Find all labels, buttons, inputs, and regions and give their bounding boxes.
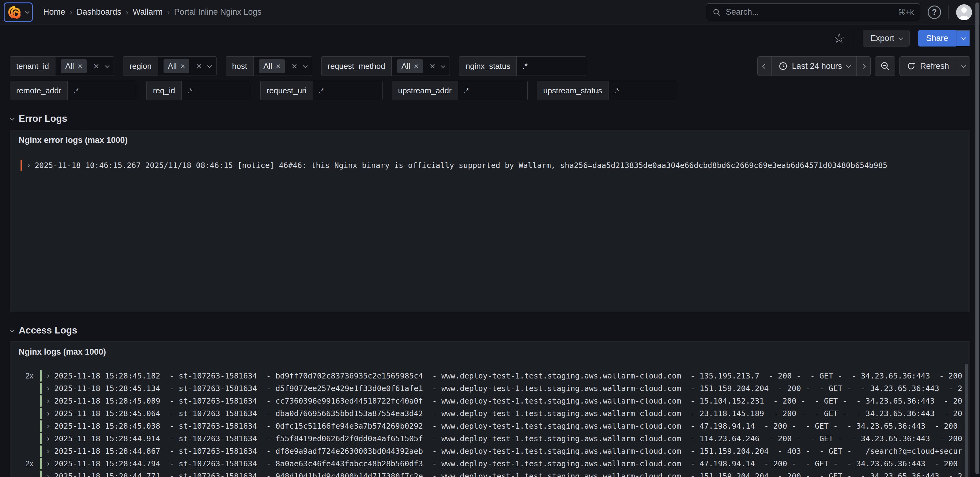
log-level-bar: [40, 433, 41, 444]
expand-log-icon[interactable]: [46, 459, 51, 468]
panel-title[interactable]: Nginx error logs (max 1000): [10, 130, 970, 151]
topbar-divider: [948, 5, 949, 19]
dropdown-caret[interactable]: [207, 65, 211, 68]
log-text: 2025-11-18 15:28:45.182 - st-107263-1581…: [54, 371, 962, 380]
help-icon[interactable]: [928, 5, 941, 19]
collapse-chevron-icon: [10, 327, 15, 332]
remove-value-icon[interactable]: [180, 62, 185, 71]
remove-value-icon[interactable]: [78, 62, 83, 71]
selected-value-pill[interactable]: All: [259, 59, 285, 73]
log-row[interactable]: 2x 2025-11-18 15:28:45.182 - st-107263-1…: [14, 369, 962, 382]
topbar-right-group: Search... ⌘+k: [706, 3, 972, 21]
breadcrumb-item[interactable]: Portal Inline Nginx Logs: [172, 7, 264, 17]
log-text: 2025-11-18 15:28:45.089 - st-107263-1581…: [54, 396, 962, 406]
expand-log-icon[interactable]: [26, 161, 31, 170]
refresh-button[interactable]: Refresh: [900, 57, 956, 76]
log-text: 2025-11-18 10:46:15.267 2025/11/18 08:46…: [35, 161, 888, 170]
log-row[interactable]: 2x 2025-11-18 15:28:44.794 - st-107263-1…: [14, 457, 962, 470]
log-level-bar: [40, 408, 41, 419]
log-row[interactable]: 2025-11-18 15:28:45.089 - st-107263-1581…: [14, 395, 962, 407]
breadcrumb-item[interactable]: Home: [41, 7, 72, 17]
chevron-down-icon: [961, 35, 966, 40]
chevron-down-icon: [899, 35, 904, 40]
panel-title[interactable]: Nginx logs (max 1000): [10, 342, 970, 362]
export-button[interactable]: Export: [863, 30, 910, 46]
remove-value-icon[interactable]: [276, 62, 280, 71]
dropdown-caret[interactable]: [105, 65, 108, 68]
log-row[interactable]: 2025-11-18 15:28:44.867 - st-107263-1581…: [14, 445, 962, 457]
selected-value-pill[interactable]: All: [397, 59, 423, 73]
search-input[interactable]: Search... ⌘+k: [706, 3, 920, 21]
filter-label: nginx_status: [460, 57, 517, 76]
expand-log-icon[interactable]: [46, 472, 51, 477]
grafana-dashboard-page: Home Dashboards Wallarm Portal Inline Ng…: [0, 0, 980, 477]
log-row[interactable]: 2025-11-18 15:28:44.771 - st-107263-1581…: [14, 470, 962, 477]
filter-text-value[interactable]: .*: [318, 86, 324, 95]
log-text: 2025-11-18 15:28:45.064 - st-107263-1581…: [54, 409, 962, 418]
filter-text-value[interactable]: .*: [73, 86, 78, 95]
log-row[interactable]: 2025-11-18 15:28:45.064 - st-107263-1581…: [14, 407, 962, 420]
selected-value-pill[interactable]: All: [61, 59, 87, 73]
chevron-left-icon: [762, 63, 767, 68]
filter-label: request_uri: [261, 81, 313, 100]
dropdown-caret[interactable]: [441, 65, 444, 68]
filter-label: request_method: [321, 57, 392, 76]
error-logs-section-toggle[interactable]: Error Logs: [0, 112, 980, 125]
favorite-star-icon[interactable]: [833, 32, 845, 45]
log-row[interactable]: 2025-11-18 15:28:45.038 - st-107263-1581…: [14, 420, 962, 432]
refresh-interval-button[interactable]: [956, 57, 970, 76]
chevron-down-icon: [846, 63, 851, 68]
clear-selection-icon[interactable]: [430, 61, 436, 71]
variable-filter: region All All: [123, 56, 216, 76]
filter-label: region: [123, 57, 158, 76]
log-level-bar: [40, 471, 41, 477]
breadcrumb-item[interactable]: Wallarm: [130, 7, 170, 17]
log-level-bar: [40, 370, 41, 382]
remove-value-icon[interactable]: [414, 62, 418, 71]
zoom-out-time-button[interactable]: [875, 56, 895, 76]
page-scrollbar[interactable]: [975, 2, 979, 474]
log-level-bar: [40, 420, 41, 432]
filter-text-value[interactable]: .*: [187, 86, 192, 95]
pill-label: All: [168, 62, 177, 71]
time-shift-forward-button[interactable]: [857, 57, 870, 76]
log-row[interactable]: 2025-11-18 10:46:15.267 2025/11/18 08:46…: [21, 159, 964, 172]
user-silhouette-icon: [956, 4, 972, 20]
clear-selection-icon[interactable]: [196, 61, 202, 71]
refresh-icon: [907, 62, 916, 71]
access-logs-section-toggle[interactable]: Access Logs: [0, 324, 980, 337]
variable-filter: request_method All All: [321, 56, 450, 76]
selected-value-pill[interactable]: All: [164, 59, 189, 73]
log-level-bar: [40, 395, 41, 407]
clear-selection-icon[interactable]: [94, 61, 99, 71]
variable-filter: upstream_status .* .*: [537, 81, 678, 100]
breadcrumb: Home Dashboards Wallarm Portal Inline Ng…: [41, 7, 264, 17]
log-row[interactable]: 2025-11-18 15:28:44.914 - st-107263-1581…: [14, 432, 962, 445]
expand-log-icon[interactable]: [46, 371, 51, 380]
expand-log-icon[interactable]: [46, 409, 51, 418]
breadcrumb-item[interactable]: Dashboards: [74, 7, 128, 17]
filter-text-value[interactable]: .*: [614, 86, 619, 95]
log-row[interactable]: 2025-11-18 15:28:45.134 - st-107263-1581…: [14, 382, 962, 395]
share-options-button[interactable]: [956, 30, 970, 46]
grafana-menu-button[interactable]: [4, 2, 33, 22]
clear-selection-icon[interactable]: [291, 61, 298, 71]
share-button[interactable]: Share: [918, 30, 956, 46]
dropdown-caret[interactable]: [303, 65, 306, 68]
filter-text-value[interactable]: .*: [464, 86, 469, 95]
filter-text-value[interactable]: .*: [522, 62, 527, 71]
collapse-chevron-icon: [10, 116, 15, 120]
time-range-picker-button[interactable]: Last 24 hours: [772, 57, 857, 76]
expand-log-icon[interactable]: [46, 422, 51, 431]
dashboard-actions-toolbar: Export Share: [0, 24, 980, 52]
expand-log-icon[interactable]: [46, 396, 51, 406]
expand-log-icon[interactable]: [46, 384, 51, 393]
avatar[interactable]: [956, 4, 972, 20]
panel-scrollbar[interactable]: [965, 364, 968, 477]
access-logs-panel: Nginx logs (max 1000) 2x 2025-11-18 15:2…: [10, 341, 970, 477]
log-text: 2025-11-18 15:28:44.771 - st-107263-1581…: [54, 472, 962, 477]
section-title: Access Logs: [19, 325, 77, 336]
expand-log-icon[interactable]: [46, 447, 51, 456]
time-shift-back-button[interactable]: [758, 57, 772, 76]
expand-log-icon[interactable]: [46, 434, 51, 443]
